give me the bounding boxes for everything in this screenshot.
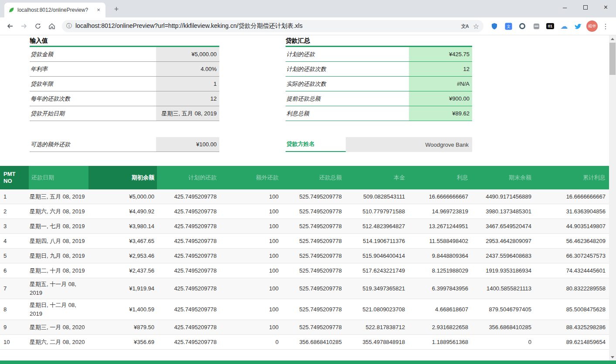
browser-menu-icon[interactable]: ⋮	[600, 22, 611, 30]
cell-cumulative-interest: 44.9035149807	[534, 221, 609, 231]
header-payment-date: 还款日期	[29, 166, 88, 189]
cell-extra-payment: 100	[219, 283, 281, 293]
summary-label: 利息总额	[286, 106, 409, 121]
cell-total-payment: 525.7495209778	[281, 236, 344, 246]
header-ending-balance: 期末余额	[471, 166, 534, 189]
window-close-icon[interactable]: ×	[596, 0, 616, 15]
summary-row: 计划的还款 ¥425.75	[286, 47, 472, 62]
cell-principal: 515.9046400414	[344, 251, 408, 261]
header-principal: 本金	[344, 166, 408, 189]
schedule-row: 10 星期六, 二月 08, 2020 ¥356.69 425.74952097…	[0, 335, 609, 350]
input-label: 每年的还款次数	[30, 91, 156, 106]
cell-beginning-balance: ¥356.69	[88, 337, 157, 347]
schedule-row: 2 星期六, 六月 08, 2019 ¥4,490.92 425.7495209…	[0, 204, 609, 219]
header-interest: 利息	[408, 166, 471, 189]
extra-payment-value-cell: ¥100.00	[156, 137, 219, 152]
header-extra-payment: 额外还款	[219, 166, 281, 189]
cell-scheduled-payment: 425.7495209778	[157, 206, 219, 216]
cell-pmt-no: 8	[0, 304, 29, 314]
input-value-cell: 1	[156, 77, 219, 91]
new-tab-button[interactable]: +	[111, 4, 122, 15]
translate-extension-icon[interactable]: 文	[503, 20, 514, 32]
schedule-row: 3 星期一, 七月 08, 2019 ¥3,980.14 425.7495209…	[0, 219, 609, 234]
summary-label: 提前还款总额	[286, 91, 409, 106]
cell-beginning-balance: ¥1,400.59	[88, 304, 157, 314]
cell-beginning-balance: ¥2,953.46	[88, 251, 157, 261]
scrollbar-down-icon[interactable]	[609, 354, 616, 361]
cell-principal: 517.6243221749	[344, 266, 408, 276]
header-beginning-balance: 期初余额	[88, 166, 157, 189]
cell-payment-date: 星期一, 七月 08, 2019	[29, 220, 88, 233]
cell-principal: 521.0809023708	[344, 304, 408, 314]
lender-value-cell: Woodgrove Bank	[346, 137, 472, 152]
lender-row: 贷款方姓名 Woodgrove Bank	[286, 137, 472, 152]
cell-principal: 355.4978848918	[344, 337, 408, 347]
reload-icon[interactable]	[31, 20, 44, 33]
cell-payment-date: 星期日, 十二月 08, 2019	[29, 299, 88, 320]
cell-cumulative-interest: 74.4324445601	[534, 266, 609, 276]
cell-pmt-no: 9	[0, 322, 29, 332]
profile-avatar[interactable]: 精华	[586, 20, 598, 32]
schedule-rows: 1 星期三, 五月 08, 2019 ¥5,000.00 425.7495209…	[0, 189, 609, 350]
input-row: 贷款开始日期 星期三, 五月 08, 2019	[30, 106, 219, 121]
cell-ending-balance: 1400.5855821113	[471, 283, 534, 293]
ring-extension-icon[interactable]	[517, 20, 528, 32]
schedule-row: 1 星期三, 五月 08, 2019 ¥5,000.00 425.7495209…	[0, 189, 609, 204]
window-maximize-icon[interactable]	[575, 0, 596, 15]
extra-payment-label: 可选的额外还款	[30, 137, 156, 152]
cell-pmt-no: 2	[0, 206, 29, 216]
summary-label: 计划的还款次数	[286, 62, 409, 76]
scrollbar-thumb[interactable]	[609, 43, 616, 75]
window-controls: ─ ×	[555, 0, 616, 15]
input-row: 贷款年限 1	[30, 77, 219, 91]
summary-value-cell: 12	[409, 62, 472, 76]
page-scrollbar[interactable]	[609, 35, 616, 361]
gray-extension-icon[interactable]	[531, 20, 542, 32]
summary-row: 提前还款总额 ¥900.00	[286, 91, 472, 106]
badge-01-extension-icon[interactable]: 01	[545, 20, 556, 32]
cell-ending-balance: 3980.1373485301	[471, 206, 534, 216]
summary-row: 实际的还款次数 #N/A	[286, 77, 472, 91]
summary-value-cell: ¥89.62	[409, 106, 472, 121]
lender-label: 贷款方姓名	[286, 137, 346, 152]
cell-ending-balance: 0	[471, 337, 534, 347]
summary-value-cell: ¥425.75	[409, 47, 472, 61]
cell-scheduled-payment: 425.7495209778	[157, 266, 219, 276]
cell-payment-date: 星期三, 五月 08, 2019	[29, 191, 88, 203]
back-icon[interactable]	[3, 20, 17, 33]
address-bar[interactable]: ⓘ localhost:8012/onlinePreview?url=http:…	[62, 20, 483, 32]
shield-extension-icon[interactable]	[489, 20, 500, 32]
cell-total-payment: 525.7495209778	[281, 266, 344, 276]
summary-label: 实际的还款次数	[286, 77, 409, 91]
browser-tab[interactable]: localhost:8012/onlinePreview? ×	[4, 3, 106, 17]
cell-ending-balance: 1919.9353186934	[471, 266, 534, 276]
scrollbar-up-icon[interactable]	[609, 35, 616, 42]
cell-payment-date: 星期五, 十一月 08, 2019	[29, 278, 88, 299]
home-icon[interactable]	[45, 20, 58, 33]
input-value-cell: 星期三, 五月 08, 2019	[156, 106, 219, 121]
page-info-icon[interactable]: ⓘ	[66, 22, 72, 30]
cell-scheduled-payment: 425.7495209778	[157, 304, 219, 314]
cell-beginning-balance: ¥4,490.92	[88, 206, 157, 216]
input-value-cell: 12	[156, 91, 219, 106]
cloud-extension-icon[interactable]: ☁	[558, 20, 570, 32]
cell-ending-balance: 2437.5596408683	[471, 251, 534, 261]
tab-strip: localhost:8012/onlinePreview? × + ─ ×	[0, 0, 616, 17]
forward-icon[interactable]	[17, 20, 31, 33]
cell-beginning-balance: ¥3,980.14	[88, 221, 157, 231]
svg-text:文: 文	[507, 24, 510, 29]
url-text[interactable]: localhost:8012/onlinePreview?url=http://…	[75, 22, 457, 30]
sheet-tab-bar	[0, 361, 616, 364]
input-value-cell: ¥5,000.00	[156, 47, 219, 61]
tab-close-icon[interactable]: ×	[95, 7, 102, 13]
bookmark-star-icon[interactable]: ☆	[473, 22, 479, 30]
window-minimize-icon[interactable]: ─	[555, 0, 575, 15]
summary-row: 计划的还款次数 12	[286, 62, 472, 77]
cell-extra-payment: 100	[219, 304, 281, 314]
translate-icon[interactable]: 文A	[461, 23, 469, 30]
cell-beginning-balance: ¥879.50	[88, 322, 157, 332]
cell-ending-balance: 4490.9171456889	[471, 192, 534, 202]
cell-interest: 8.1251988029	[408, 266, 471, 276]
bird-extension-icon[interactable]	[572, 20, 584, 32]
cell-cumulative-interest: 88.4325298286	[534, 322, 609, 332]
